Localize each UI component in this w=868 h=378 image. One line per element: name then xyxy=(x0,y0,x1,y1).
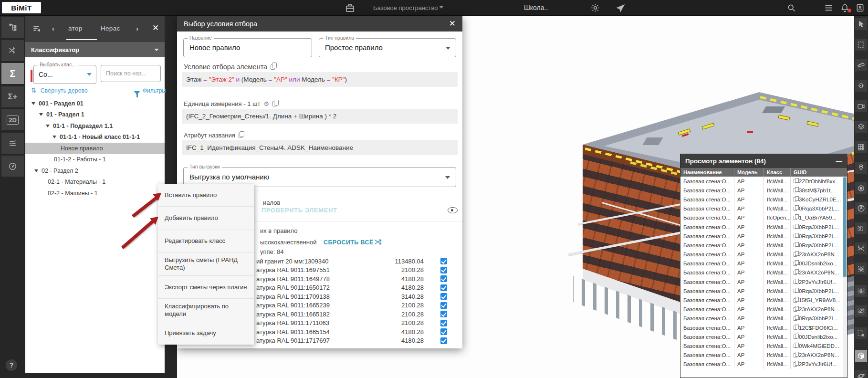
cell-class[interactable]: IfcWall... xyxy=(763,250,790,259)
measure-tool[interactable]: 12 xyxy=(855,242,867,254)
tree-item[interactable]: 01 - Раздел 1 xyxy=(25,109,165,121)
cell-class[interactable]: IfcWall... xyxy=(763,286,790,295)
checkbox[interactable] xyxy=(440,311,447,317)
cell-name[interactable]: Базовая стена:О... xyxy=(680,222,734,231)
cell-class[interactable]: IfcWall... xyxy=(763,259,790,268)
list-icon[interactable] xyxy=(824,3,834,13)
context-menu-item[interactable]: Экспорт сметы через плагин xyxy=(158,276,254,299)
app-logo[interactable]: BiMiT xyxy=(2,2,41,13)
copy-icon[interactable] xyxy=(794,252,797,257)
cell-name[interactable]: Базовая стена:О... xyxy=(680,351,734,360)
cell-name[interactable]: Базовая стена:О... xyxy=(680,186,734,195)
section-tool[interactable] xyxy=(855,80,867,92)
unit-formula[interactable]: (IFC_2_Геометрия_Стены/1. Длина + Ширина… xyxy=(182,109,458,124)
2d-tool[interactable]: 2D xyxy=(1,109,24,130)
cell-guid[interactable]: 1_OaBnYA59... xyxy=(790,213,843,222)
cell-guid[interactable]: 2P3vYvJIr6Uf... xyxy=(790,277,843,286)
tab-classifier[interactable]: атор xyxy=(68,25,82,32)
show-tool[interactable] xyxy=(855,285,867,297)
cell-name[interactable]: Базовая стена:О... xyxy=(680,204,734,213)
tree-item[interactable]: 01-1-1 - Новый класс 01-1-1 xyxy=(25,132,165,143)
workspace-selector[interactable]: Базовое пространство xyxy=(373,4,438,11)
cell-class[interactable]: IfcWall... xyxy=(763,341,790,350)
cell-guid[interactable]: 12C$FDO6fCi... xyxy=(790,323,843,332)
checkbox[interactable] xyxy=(440,302,447,309)
copy-icon[interactable] xyxy=(794,335,797,339)
copy-icon[interactable] xyxy=(794,280,797,284)
cell-model[interactable]: АР xyxy=(734,332,763,341)
cell-class[interactable]: IfcWall... xyxy=(763,323,790,332)
cell-model[interactable]: АР xyxy=(734,351,763,360)
box-dashed-tool[interactable] xyxy=(855,262,867,274)
cube-view-tool[interactable] xyxy=(855,350,867,362)
help-button[interactable]: ? xyxy=(6,359,17,371)
gear-icon[interactable] xyxy=(590,3,600,13)
camera-tool[interactable] xyxy=(855,100,867,112)
cell-class[interactable]: IfcWall... xyxy=(763,222,790,231)
cell-model[interactable]: АР xyxy=(734,360,763,369)
cell-name[interactable]: Базовая стена:О... xyxy=(680,323,734,332)
cell-class[interactable]: IfcWall... xyxy=(763,204,790,213)
tab-scroll-left-icon[interactable]: ‹ xyxy=(52,24,54,32)
reset-all-icon[interactable] xyxy=(374,238,383,248)
condition-formula[interactable]: Этаж = "Этаж 2" и (Модель = "АР" или Мод… xyxy=(182,72,458,87)
cell-guid[interactable]: 23rAKX2oP8N... xyxy=(790,268,843,277)
cell-class[interactable]: IfcWall... xyxy=(763,277,790,286)
tree-item[interactable]: Новое правило xyxy=(25,143,165,154)
collapse-tree-icon[interactable]: ⇅ xyxy=(31,86,37,94)
copy-icon[interactable] xyxy=(794,316,797,321)
copy-icon[interactable] xyxy=(794,243,797,247)
copy-icon[interactable] xyxy=(794,262,797,266)
collapse-arrow-icon[interactable] xyxy=(31,102,35,105)
copy-icon[interactable] xyxy=(794,225,797,229)
share-icon[interactable] xyxy=(616,3,626,13)
cell-class[interactable]: IfcWall... xyxy=(763,351,790,360)
close-panel-icon[interactable]: ✕ xyxy=(152,23,159,33)
collapse-arrow-icon[interactable] xyxy=(46,125,50,127)
cell-guid[interactable]: 38stM$7pb1t... xyxy=(790,186,843,195)
cell-guid[interactable]: 0Rqa3XbbP2L... xyxy=(790,204,843,213)
cell-guid[interactable]: 2ZDtOhNhf8xx.. xyxy=(790,177,843,186)
cell-name[interactable]: Базовая стена:О... xyxy=(680,195,734,204)
gauge-tool[interactable] xyxy=(1,156,24,177)
cell-name[interactable]: Базовая стена:О... xyxy=(680,231,734,241)
cell-guid[interactable]: 2P3vYvJIr6Uf... xyxy=(790,360,843,369)
copy-icon[interactable] xyxy=(794,353,797,357)
checkbox[interactable] xyxy=(440,284,447,291)
tab-scroll-right-icon[interactable]: › xyxy=(136,24,138,32)
copy-icon[interactable] xyxy=(794,188,797,192)
cell-model[interactable]: АР xyxy=(734,250,763,259)
cell-name[interactable]: Базовая стена:О... xyxy=(680,305,734,314)
cell-name[interactable]: Базовая стена:О... xyxy=(680,360,734,369)
collapse-tree-button[interactable]: Свернуть дерево xyxy=(41,87,88,94)
cell-class[interactable]: IfcWall... xyxy=(763,195,790,204)
cell-model[interactable]: АР xyxy=(734,222,763,231)
cell-guid[interactable]: 00JDsnlib2ixo... xyxy=(790,332,843,341)
tree-item[interactable]: 001 - Раздел 01 xyxy=(25,98,165,109)
copy-icon[interactable] xyxy=(794,207,797,211)
class-select[interactable]: Выбрать клас... Со... xyxy=(33,65,96,84)
filter-icon[interactable] xyxy=(134,88,140,97)
project-name[interactable]: Школа.. xyxy=(524,4,548,11)
column-header[interactable]: Наименование xyxy=(680,168,734,177)
column-header[interactable]: Модель xyxy=(734,168,763,177)
tree-item[interactable]: 01-1-2 - Работы - 1 xyxy=(25,154,165,166)
cell-model[interactable]: АР xyxy=(734,286,763,295)
cell-class[interactable]: IfcWall... xyxy=(763,305,790,314)
collapse-arrow-icon[interactable] xyxy=(34,169,38,172)
select-s-tool[interactable]: S xyxy=(855,222,867,234)
cell-class[interactable]: IfcWall... xyxy=(763,268,790,277)
filters-button[interactable]: Фильтры xyxy=(143,87,166,94)
copy-icon[interactable] xyxy=(794,344,797,348)
tree-item[interactable]: 01-1 - Подраздел 1.1 xyxy=(25,120,165,132)
layers-tool[interactable] xyxy=(855,121,867,133)
context-menu-item[interactable]: Редактировать класс xyxy=(158,230,254,253)
tab-unassigned[interactable]: Нерас xyxy=(101,25,120,32)
cell-guid[interactable]: 3KoCyHZRL0E... xyxy=(790,195,843,204)
cell-guid[interactable]: 0Rqa3XbbP2L... xyxy=(790,222,843,231)
ruler-tool[interactable] xyxy=(855,59,867,71)
cell-model[interactable]: АР xyxy=(734,177,763,186)
column-header[interactable]: GUID xyxy=(790,168,843,177)
cell-class[interactable]: IfcWall... xyxy=(763,314,790,323)
checkbox[interactable] xyxy=(440,328,447,335)
